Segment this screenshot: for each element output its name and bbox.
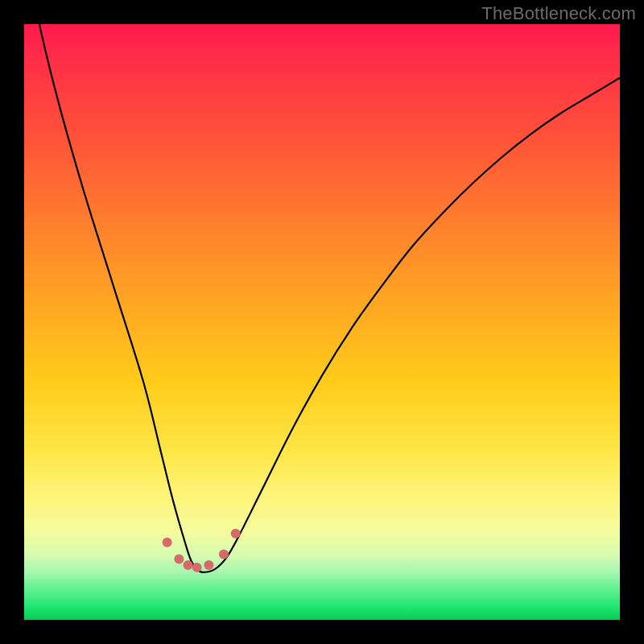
optimal-dot: [184, 560, 193, 570]
optimal-dot: [204, 560, 213, 570]
optimal-dot: [192, 563, 202, 572]
chart-frame: TheBottleneck.com: [0, 0, 644, 644]
plot-area: [24, 24, 620, 620]
watermark-text: TheBottleneck.com: [481, 3, 636, 24]
optimal-dot: [231, 529, 241, 539]
optimal-range-dots: [24, 24, 620, 620]
optimal-dot: [174, 555, 184, 564]
optimal-dot: [163, 538, 172, 547]
optimal-dot: [219, 550, 229, 559]
